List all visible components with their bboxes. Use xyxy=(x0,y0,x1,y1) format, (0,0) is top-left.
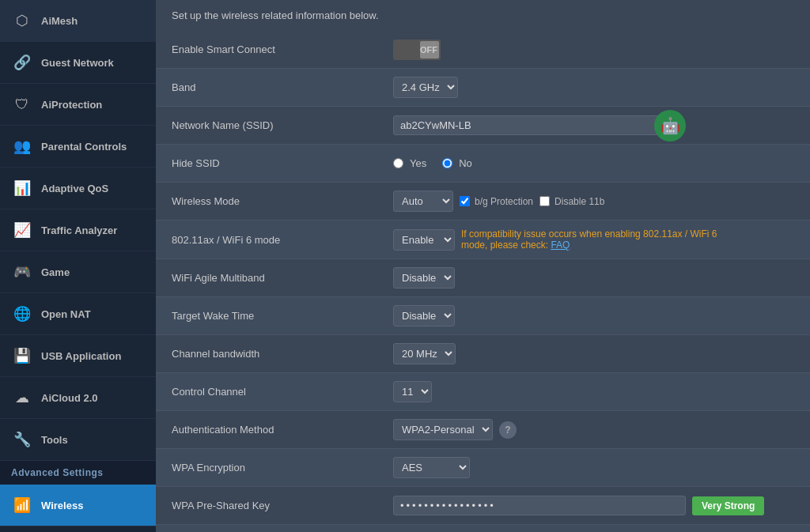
label-wifi-agile: WiFi Agile Multiband xyxy=(172,272,393,284)
sidebar-item-usb-application[interactable]: 💾 USB Application xyxy=(0,335,156,377)
control-target-wake-time: Disable Enable xyxy=(393,305,794,326)
row-wpa-encryption: WPA Encryption AES TKIP TKIP+AES xyxy=(156,449,810,487)
sidebar-label-aimesh: AiMesh xyxy=(41,15,78,27)
auth-method-help-icon[interactable]: ? xyxy=(499,421,517,439)
select-wpa-encryption[interactable]: AES TKIP TKIP+AES xyxy=(393,457,470,478)
row-band: Band 2.4 GHz 5 GHz xyxy=(156,69,810,107)
ssid-wrapper: 🤖 xyxy=(393,115,694,135)
label-auth-method: Authentication Method xyxy=(172,424,393,436)
input-ssid[interactable] xyxy=(393,115,678,135)
sidebar-label-parental-controls: Parental Controls xyxy=(41,141,127,153)
row-auth-method: Authentication Method WPA2-Personal WPA3… xyxy=(156,411,810,449)
page-description: Set up the wireless related information … xyxy=(156,0,810,31)
password-strength-badge: Very Strong xyxy=(692,496,764,515)
open-nat-icon: 🌐 xyxy=(11,303,33,325)
label-ssid: Network Name (SSID) xyxy=(172,119,393,131)
sidebar-item-traffic-analyzer[interactable]: 📈 Traffic Analyzer xyxy=(0,209,156,251)
sidebar-item-aiprotection[interactable]: 🛡 AiProtection xyxy=(0,84,156,126)
control-wpa-psk: Very Strong xyxy=(393,496,794,515)
radio-hide-ssid-yes[interactable] xyxy=(393,158,403,168)
disable-11b-label[interactable]: Disable 11b xyxy=(539,196,604,207)
select-auth-method[interactable]: WPA2-Personal WPA3-Personal Open System xyxy=(393,419,493,440)
radio-hide-ssid-no[interactable] xyxy=(442,158,452,168)
sidebar-item-open-nat[interactable]: 🌐 Open NAT xyxy=(0,293,156,335)
row-ssid: Network Name (SSID) 🤖 xyxy=(156,107,810,145)
row-control-channel: Control Channel 1234 5678 91011 xyxy=(156,373,810,411)
label-wpa-encryption: WPA Encryption xyxy=(172,462,393,474)
control-band: 2.4 GHz 5 GHz xyxy=(393,77,794,98)
sidebar-label-usb-application: USB Application xyxy=(41,350,121,362)
row-pmf: Protected Management Frames Disable Capa… xyxy=(156,525,810,532)
aimesh-icon: ⬡ xyxy=(11,9,33,32)
label-wpa-psk: WPA Pre-Shared Key xyxy=(172,500,393,511)
wifi6-info-text: If compatibility issue occurs when enabl… xyxy=(461,228,738,251)
sidebar-label-aiprotection: AiProtection xyxy=(41,99,102,111)
control-hide-ssid: Yes No xyxy=(393,157,794,169)
main-content: Set up the wireless related information … xyxy=(156,0,810,532)
control-control-channel: 1234 5678 91011 xyxy=(393,381,794,402)
row-smart-connect: Enable Smart Connect OFF xyxy=(156,31,810,69)
sidebar-item-parental-controls[interactable]: 👥 Parental Controls xyxy=(0,126,156,168)
select-band[interactable]: 2.4 GHz 5 GHz xyxy=(393,77,458,98)
select-wifi6[interactable]: Enable Disable xyxy=(393,229,455,251)
label-hide-ssid: Hide SSID xyxy=(172,157,393,169)
sidebar-label-aicloud: AiCloud 2.0 xyxy=(41,392,98,404)
sidebar-item-aimesh[interactable]: ⬡ AiMesh xyxy=(0,0,156,42)
select-wifi-agile[interactable]: Disable Enable xyxy=(393,267,455,289)
tools-icon: 🔧 xyxy=(11,428,33,451)
sidebar-item-aicloud[interactable]: ☁ AiCloud 2.0 xyxy=(0,377,156,419)
sidebar-item-guest-network[interactable]: 🔗 Guest Network xyxy=(0,42,156,84)
toggle-off-text: OFF xyxy=(420,45,437,55)
row-wpa-psk: WPA Pre-Shared Key Very Strong xyxy=(156,487,810,525)
label-wifi6: 802.11ax / WiFi 6 mode xyxy=(172,234,393,246)
row-hide-ssid: Hide SSID Yes No xyxy=(156,145,810,183)
sidebar-label-guest-network: Guest Network xyxy=(41,57,114,69)
guest-network-icon: 🔗 xyxy=(11,51,33,74)
aicloud-icon: ☁ xyxy=(11,387,33,409)
chat-support-icon[interactable]: 🤖 xyxy=(654,110,686,141)
sidebar-label-game: Game xyxy=(41,266,70,278)
control-channel-bandwidth: 20 MHz 40 MHz 80 MHz xyxy=(393,343,794,364)
checkbox-bg-protection[interactable] xyxy=(460,196,470,206)
input-wpa-psk[interactable] xyxy=(393,496,686,515)
label-wireless-mode: Wireless Mode xyxy=(172,195,393,207)
parental-controls-icon: 👥 xyxy=(11,135,33,157)
adaptive-qos-icon: 📊 xyxy=(11,177,33,199)
select-control-channel[interactable]: 1234 5678 91011 xyxy=(393,381,432,402)
select-channel-bandwidth[interactable]: 20 MHz 40 MHz 80 MHz xyxy=(393,343,456,364)
usb-application-icon: 💾 xyxy=(11,345,33,367)
sidebar: ⬡ AiMesh 🔗 Guest Network 🛡 AiProtection … xyxy=(0,0,156,532)
sidebar-item-wireless[interactable]: 📶 Wireless xyxy=(0,485,156,526)
radio-yes-label[interactable]: Yes xyxy=(393,157,426,169)
toggle-smart-connect[interactable]: OFF xyxy=(393,40,441,60)
control-wifi6: Enable Disable If compatibility issue oc… xyxy=(393,228,794,251)
sidebar-item-tools[interactable]: 🔧 Tools xyxy=(0,419,156,461)
sidebar-label-tools: Tools xyxy=(41,434,68,446)
row-target-wake-time: Target Wake Time Disable Enable xyxy=(156,297,810,335)
sidebar-item-adaptive-qos[interactable]: 📊 Adaptive QoS xyxy=(0,168,156,209)
control-wifi-agile: Disable Enable xyxy=(393,267,794,289)
faq-link[interactable]: FAQ xyxy=(551,240,570,251)
label-target-wake-time: Target Wake Time xyxy=(172,310,393,322)
label-smart-connect: Enable Smart Connect xyxy=(172,43,393,55)
checkbox-disable-11b[interactable] xyxy=(539,196,550,206)
row-channel-bandwidth: Channel bandwidth 20 MHz 40 MHz 80 MHz xyxy=(156,335,810,373)
control-smart-connect: OFF xyxy=(393,40,794,60)
sidebar-label-traffic-analyzer: Traffic Analyzer xyxy=(41,224,117,236)
sidebar-label-open-nat: Open NAT xyxy=(41,308,91,320)
control-auth-method: WPA2-Personal WPA3-Personal Open System … xyxy=(393,419,794,440)
aiprotection-icon: 🛡 xyxy=(11,93,33,115)
traffic-analyzer-icon: 📈 xyxy=(11,219,33,241)
radio-no-label[interactable]: No xyxy=(442,157,472,169)
advanced-settings-header: Advanced Settings xyxy=(0,461,156,485)
label-band: Band xyxy=(172,81,393,93)
select-wireless-mode[interactable]: Auto Legacy N only xyxy=(393,191,453,212)
row-wifi6: 802.11ax / WiFi 6 mode Enable Disable If… xyxy=(156,221,810,259)
row-wifi-agile: WiFi Agile Multiband Disable Enable xyxy=(156,259,810,297)
control-ssid: 🤖 xyxy=(393,115,794,135)
select-target-wake-time[interactable]: Disable Enable xyxy=(393,305,455,326)
label-channel-bandwidth: Channel bandwidth xyxy=(172,348,393,360)
sidebar-item-game[interactable]: 🎮 Game xyxy=(0,251,156,293)
game-icon: 🎮 xyxy=(11,261,33,283)
bg-protection-label[interactable]: b/g Protection xyxy=(460,196,533,207)
